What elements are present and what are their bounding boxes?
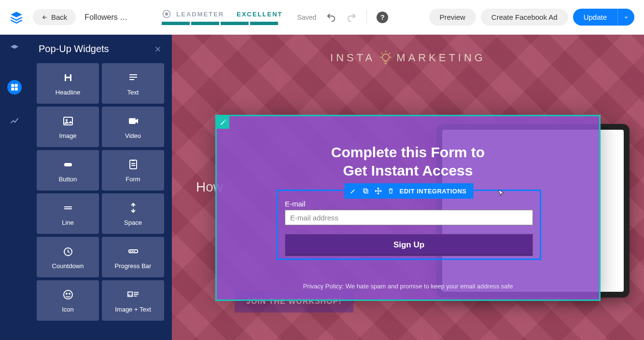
form-delete-button[interactable] xyxy=(385,185,397,197)
form-icon xyxy=(127,158,140,171)
widget-tile-line[interactable]: Line xyxy=(37,193,99,234)
widget-tile-button[interactable]: Button xyxy=(37,150,99,190)
widget-tile-label: Icon xyxy=(62,306,74,313)
svg-rect-15 xyxy=(131,163,135,164)
widget-tile-label: Form xyxy=(126,176,140,183)
svg-point-1 xyxy=(166,13,168,15)
svg-rect-27 xyxy=(127,292,132,296)
svg-rect-22 xyxy=(132,251,133,252)
button-icon xyxy=(62,158,74,171)
widgets-sidebar: Pop-Up Widgets HeadlineTextImageVideoBut… xyxy=(29,35,172,340)
widget-tile-label: Button xyxy=(59,176,77,183)
widget-tile-space[interactable]: Space xyxy=(102,193,164,234)
widget-tile-progress-bar[interactable]: Progress Bar xyxy=(102,237,164,277)
form-edit-button[interactable] xyxy=(348,185,359,197)
widget-tile-label: Text xyxy=(127,89,139,96)
preview-button[interactable]: Preview xyxy=(429,9,476,26)
form-duplicate-button[interactable] xyxy=(360,185,372,197)
svg-rect-16 xyxy=(131,165,135,166)
widget-tile-video[interactable]: Video xyxy=(102,107,164,147)
editor-canvas[interactable]: INSTA MARKETING How JOIN THE WORKSHOP! C… xyxy=(172,35,644,340)
email-field-label: E-mail xyxy=(285,200,533,208)
widget-tile-text[interactable]: Text xyxy=(102,63,164,104)
svg-rect-3 xyxy=(15,84,18,87)
svg-rect-11 xyxy=(129,118,136,124)
widget-tile-form[interactable]: Form xyxy=(102,150,164,190)
svg-rect-28 xyxy=(133,292,138,293)
svg-rect-21 xyxy=(130,251,131,252)
lightbulb-icon xyxy=(379,49,392,67)
text-icon xyxy=(127,71,140,84)
svg-point-25 xyxy=(66,293,67,294)
widget-tile-image[interactable]: Image xyxy=(37,107,99,147)
signup-button[interactable]: Sign Up xyxy=(285,234,533,256)
svg-point-26 xyxy=(69,293,70,294)
edit-integrations-button[interactable]: EDIT INTEGRATIONS xyxy=(398,188,469,195)
sidebar-title: Pop-Up Widgets xyxy=(39,43,109,54)
form-move-button[interactable] xyxy=(373,185,384,197)
widget-tile-headline[interactable]: Headline xyxy=(37,63,99,104)
popup-title: Complete this Form to Get Instant Access xyxy=(217,116,599,179)
left-rail xyxy=(0,35,29,340)
svg-rect-7 xyxy=(129,77,137,78)
widget-tile-image-text[interactable]: Image + Text xyxy=(102,280,164,321)
privacy-text: Privacy Policy: We hate spam and promise… xyxy=(217,283,599,290)
leadmeter-label: LEADMETER xyxy=(176,11,224,18)
svg-rect-13 xyxy=(130,160,137,169)
arrow-left-icon xyxy=(42,14,48,21)
page-name[interactable]: Followers W… xyxy=(84,13,133,22)
toolbar-divider xyxy=(366,10,367,25)
svg-rect-23 xyxy=(134,251,135,252)
undo-button[interactable] xyxy=(326,12,336,23)
countdown-icon xyxy=(62,245,74,258)
app-logo-icon xyxy=(10,11,23,24)
rail-widgets-button[interactable] xyxy=(7,80,22,95)
space-icon xyxy=(127,202,140,214)
widget-tile-countdown[interactable]: Countdown xyxy=(37,237,99,277)
rail-layers-button[interactable] xyxy=(7,41,22,56)
form-widget-selected[interactable]: EDIT INTEGRATIONS E-mail Sign Up xyxy=(277,190,541,260)
widget-tile-label: Line xyxy=(62,219,74,226)
cursor-icon xyxy=(497,189,506,198)
brand-text-right: MARKETING xyxy=(396,52,486,64)
widget-tile-label: Countdown xyxy=(52,262,84,270)
popup-edit-handle[interactable] xyxy=(217,116,229,129)
leadmeter-bars xyxy=(162,22,282,25)
icon-icon xyxy=(62,288,74,301)
svg-rect-33 xyxy=(364,189,367,192)
svg-rect-6 xyxy=(129,74,137,75)
redo-button[interactable] xyxy=(346,12,357,23)
email-input[interactable] xyxy=(285,210,533,225)
rail-analytics-button[interactable] xyxy=(7,114,22,128)
saved-status: Saved xyxy=(297,14,317,21)
leadmeter-block: LEADMETER EXCELLENT xyxy=(162,9,282,25)
widget-tile-label: Image + Text xyxy=(115,306,151,313)
popup-title-line2: Get Instant Access xyxy=(217,162,599,180)
create-facebook-ad-button[interactable]: Create Facebook Ad xyxy=(481,9,568,26)
svg-rect-17 xyxy=(64,206,72,207)
progressbar-icon xyxy=(127,245,140,258)
update-button[interactable]: Update xyxy=(573,9,617,26)
svg-rect-18 xyxy=(64,208,72,209)
help-button[interactable]: ? xyxy=(377,12,388,23)
svg-rect-4 xyxy=(11,88,14,91)
svg-point-24 xyxy=(64,290,72,299)
leadmeter-icon xyxy=(162,9,171,19)
back-label: Back xyxy=(51,13,67,21)
svg-rect-29 xyxy=(133,294,138,295)
widget-tile-label: Video xyxy=(125,132,141,139)
update-button-group: Update xyxy=(573,9,634,26)
brand-text-left: INSTA xyxy=(330,52,375,64)
update-dropdown[interactable] xyxy=(617,9,634,26)
brand-logo: INSTA MARKETING xyxy=(330,49,486,67)
widget-tile-icon[interactable]: Icon xyxy=(37,280,99,321)
back-button[interactable]: Back xyxy=(33,9,76,25)
form-toolbar: EDIT INTEGRATIONS xyxy=(345,183,474,199)
top-toolbar: Back Followers W… LEADMETER EXCELLENT Sa… xyxy=(0,0,644,35)
widget-tile-label: Progress Bar xyxy=(115,262,152,270)
sidebar-close-button[interactable] xyxy=(154,45,162,54)
widget-tile-label: Headline xyxy=(56,89,80,96)
popup-container[interactable]: Complete this Form to Get Instant Access… xyxy=(215,115,601,301)
svg-point-31 xyxy=(382,54,389,61)
video-icon xyxy=(127,115,140,127)
